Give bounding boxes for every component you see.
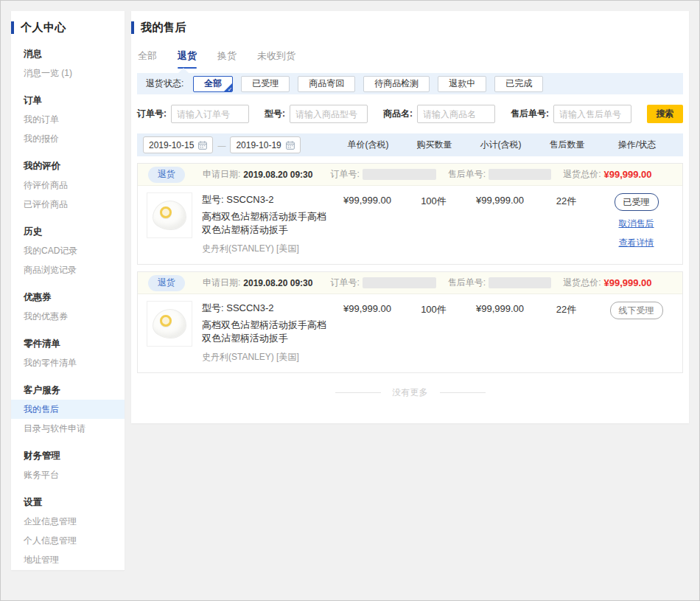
model-input[interactable] bbox=[290, 105, 368, 123]
no-more-divider: 没有更多 bbox=[131, 386, 689, 399]
calendar-icon bbox=[198, 141, 207, 150]
sidebar-item-address-mgmt[interactable]: 地址管理 bbox=[24, 550, 114, 569]
sidebar: 个人中心 消息 消息一览 (1) 订单 我的订单 我的报价 我的评价 待评价商品… bbox=[11, 11, 125, 570]
date-to-input[interactable]: 2019-10-19 bbox=[230, 136, 300, 153]
model-label: 型号: bbox=[202, 194, 224, 205]
sidebar-item-message-list[interactable]: 消息一览 (1) bbox=[24, 63, 114, 83]
order-no-label: 订单号: bbox=[330, 277, 359, 289]
search-row: 订单号: 型号: 商品名: 售后单号: 搜索 bbox=[137, 105, 683, 123]
sidebar-item-personal-info[interactable]: 个人信息管理 bbox=[24, 531, 114, 550]
aftersale-qty-cell: 22件 bbox=[535, 192, 598, 208]
apply-date-value: 2019.08.20 09:30 bbox=[243, 170, 312, 180]
date-from-value: 2019-10-15 bbox=[149, 140, 194, 150]
return-badge: 退货 bbox=[148, 167, 185, 183]
product-name[interactable]: 高档双色沾塑柄活动扳手高档双色沾塑柄活动扳手 bbox=[202, 319, 332, 345]
return-status-filter-band: 退货状态: 全部 已受理 商品寄回 待商品检测 退款中 已完成 bbox=[137, 73, 683, 94]
column-action-status: 操作/状态 bbox=[598, 139, 676, 151]
sidebar-item-cad-history[interactable]: 我的CAD记录 bbox=[24, 241, 114, 260]
order-no-label: 订单号: bbox=[330, 168, 359, 181]
status-cell: 已受理 取消售后 查看详情 bbox=[598, 192, 675, 249]
dust-mask-graphic bbox=[153, 309, 186, 338]
sidebar-item-my-parts-list[interactable]: 我的零件清单 bbox=[24, 353, 114, 372]
order-no-field: 订单号: bbox=[137, 105, 249, 123]
sidebar-section-reviews: 我的评价 bbox=[24, 157, 114, 176]
sidebar-item-my-coupons[interactable]: 我的优惠券 bbox=[24, 307, 114, 326]
order-no-label: 订单号: bbox=[137, 108, 167, 120]
product-name-field: 商品名: bbox=[383, 105, 495, 123]
model-value: SSCCN3-2 bbox=[226, 302, 273, 313]
aftersale-no-input[interactable] bbox=[553, 105, 631, 123]
product-image[interactable] bbox=[147, 301, 192, 347]
tab-not-received[interactable]: 未收到货 bbox=[257, 49, 295, 69]
filter-pending-inspection-button[interactable]: 待商品检测 bbox=[363, 76, 430, 92]
product-name-label: 商品名: bbox=[383, 108, 413, 120]
status-cell: 线下受理 bbox=[598, 301, 675, 319]
divider-line bbox=[335, 392, 381, 393]
aftersale-tabs: 全部 退货 换货 未收到货 bbox=[138, 49, 689, 69]
column-purchase-qty: 购买数量 bbox=[403, 139, 466, 151]
sidebar-item-my-aftersale[interactable]: 我的售后 bbox=[11, 400, 125, 419]
title-accent-bar bbox=[131, 21, 134, 34]
order-card: 退货 申请日期: 2019.08.20 09:30 订单号: 售后单号: 退货总… bbox=[137, 271, 683, 373]
filter-accepted-button[interactable]: 已受理 bbox=[241, 76, 290, 92]
tab-exchange[interactable]: 换货 bbox=[217, 49, 237, 69]
order-card-body: 型号: SSCCN3-2 高档双色沾塑柄活动扳手高档双色沾塑柄活动扳手 史丹利(… bbox=[138, 294, 682, 372]
page-title: 我的售后 bbox=[141, 21, 186, 35]
status-badge: 线下受理 bbox=[610, 302, 663, 319]
sidebar-item-company-info[interactable]: 企业信息管理 bbox=[24, 512, 114, 531]
sidebar-section-finance: 财务管理 bbox=[24, 447, 114, 465]
mask-valve-graphic bbox=[160, 315, 172, 327]
return-badge: 退货 bbox=[148, 275, 185, 291]
order-card: 退货 申请日期: 2019.08.20 09:30 订单号: 售后单号: 退货总… bbox=[137, 163, 683, 265]
product-info: 型号: SSCCN3-2 高档双色沾塑柄活动扳手高档双色沾塑柄活动扳手 史丹利(… bbox=[202, 192, 332, 255]
sidebar-item-invoice-mgmt[interactable]: 发票管理 bbox=[24, 569, 114, 570]
date-range-picker: 2019-10-15 — 2019-10-19 bbox=[143, 136, 333, 153]
sidebar-section-messages: 消息 bbox=[24, 45, 114, 63]
mask-valve-graphic bbox=[160, 206, 172, 218]
sidebar-item-browse-history[interactable]: 商品浏览记录 bbox=[24, 260, 114, 279]
order-no-redacted bbox=[363, 169, 436, 180]
order-no-input[interactable] bbox=[171, 105, 249, 123]
return-status-label: 退货状态: bbox=[146, 77, 183, 90]
product-image[interactable] bbox=[147, 192, 192, 238]
tab-returns[interactable]: 退货 bbox=[178, 49, 197, 69]
date-range-separator: — bbox=[217, 141, 225, 150]
sidebar-item-reviewed[interactable]: 已评价商品 bbox=[24, 195, 114, 214]
sidebar-section-settings: 设置 bbox=[24, 493, 114, 512]
sidebar-item-billing-platform[interactable]: 账务平台 bbox=[24, 465, 114, 484]
filter-all-button[interactable]: 全部 bbox=[193, 76, 233, 92]
product-name-input[interactable] bbox=[417, 105, 495, 123]
sidebar-title-row: 个人中心 bbox=[11, 11, 125, 35]
search-button[interactable]: 搜索 bbox=[647, 105, 683, 123]
date-from-input[interactable]: 2019-10-15 bbox=[143, 136, 213, 153]
filter-goods-returned-button[interactable]: 商品寄回 bbox=[298, 76, 355, 92]
subtotal-cell: ¥99,999.00 bbox=[465, 192, 535, 206]
sidebar-section-parts-list: 零件清单 bbox=[24, 335, 114, 353]
model-value: SSCCN3-2 bbox=[226, 194, 273, 205]
product-brand: 史丹利(STANLEY) [美国] bbox=[202, 243, 332, 255]
filter-refunding-button[interactable]: 退款中 bbox=[438, 76, 486, 92]
return-total-price: ¥99,999.00 bbox=[603, 277, 651, 288]
aftersale-qty-cell: 22件 bbox=[535, 301, 598, 316]
order-card-body: 型号: SSCCN3-2 高档双色沾塑柄活动扳手高档双色沾塑柄活动扳手 史丹利(… bbox=[138, 186, 682, 264]
sidebar-section-orders: 订单 bbox=[24, 91, 114, 110]
aftersale-no-redacted bbox=[489, 277, 551, 288]
sidebar-item-pending-review[interactable]: 待评价商品 bbox=[24, 176, 114, 195]
product-name[interactable]: 高档双色沾塑柄活动扳手高档双色沾塑柄活动扳手 bbox=[202, 210, 332, 237]
sidebar-section-history: 历史 bbox=[24, 223, 114, 241]
sidebar-item-catalog-software[interactable]: 目录与软件申请 bbox=[24, 419, 114, 438]
divider-line bbox=[440, 392, 486, 393]
dust-mask-graphic bbox=[153, 201, 186, 230]
cancel-aftersale-link[interactable]: 取消售后 bbox=[619, 218, 654, 230]
column-aftersale-qty: 售后数量 bbox=[536, 139, 598, 151]
apply-date-label: 申请日期: bbox=[203, 168, 240, 181]
status-badge: 已受理 bbox=[615, 193, 659, 211]
sidebar-item-my-orders[interactable]: 我的订单 bbox=[24, 110, 114, 129]
view-detail-link[interactable]: 查看详情 bbox=[619, 237, 654, 249]
unit-price-cell: ¥99,999.00 bbox=[332, 192, 402, 206]
purchase-qty-cell: 100件 bbox=[402, 192, 465, 208]
filter-completed-button[interactable]: 已完成 bbox=[494, 76, 543, 92]
tab-all[interactable]: 全部 bbox=[138, 49, 157, 69]
sidebar-item-my-quotes[interactable]: 我的报价 bbox=[24, 129, 114, 148]
list-header: 2019-10-15 — 2019-10-19 bbox=[137, 133, 683, 156]
